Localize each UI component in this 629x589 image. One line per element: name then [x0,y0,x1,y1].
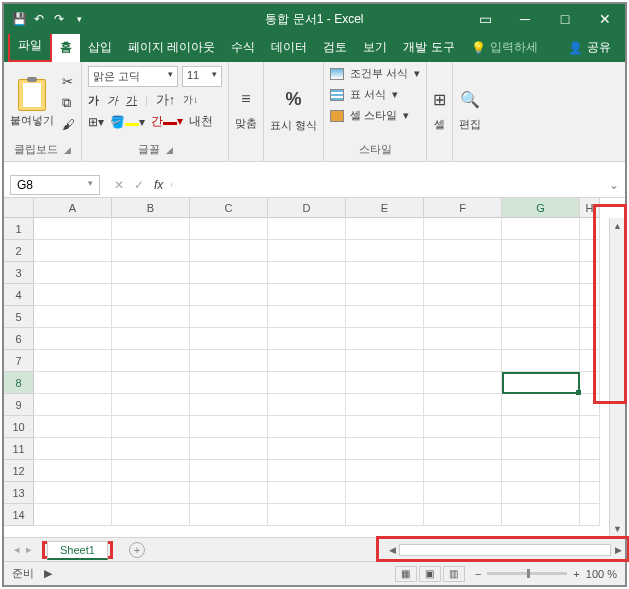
row-header[interactable]: 11 [4,438,34,460]
minimize-button[interactable]: ─ [505,4,545,34]
cell[interactable] [424,460,502,482]
cell-styles-button[interactable]: 셀 스타일 ▾ [330,108,409,123]
cell[interactable] [502,460,580,482]
font-name-combo[interactable]: 맑은 고딕▾ [88,66,178,87]
cell[interactable] [346,504,424,526]
cell[interactable] [502,438,580,460]
expand-formula-bar-icon[interactable]: ⌄ [603,178,625,192]
cell[interactable] [346,306,424,328]
cell[interactable] [34,460,112,482]
column-header[interactable]: D [268,198,346,218]
cell[interactable] [424,284,502,306]
scroll-up-icon[interactable]: ▲ [610,218,625,234]
cell[interactable] [34,218,112,240]
column-header[interactable]: A [34,198,112,218]
cell[interactable] [502,482,580,504]
cell[interactable] [346,416,424,438]
cell[interactable] [580,482,600,504]
cell[interactable] [34,328,112,350]
cell[interactable] [34,394,112,416]
cell[interactable] [268,284,346,306]
formula-input[interactable] [171,183,603,187]
cell[interactable] [580,284,600,306]
zoom-control[interactable]: − + 100 % [475,568,617,580]
align-button[interactable]: 맞춤 [235,116,257,131]
cell[interactable] [424,328,502,350]
name-box[interactable]: G8▾ [10,175,100,195]
row-header[interactable]: 1 [4,218,34,240]
cell[interactable] [190,416,268,438]
font-color-button[interactable]: 간▾ [151,113,183,130]
select-all-corner[interactable] [4,198,34,218]
cell[interactable] [34,306,112,328]
cell[interactable] [580,438,600,460]
tab-formulas[interactable]: 수식 [223,33,263,62]
cell[interactable] [502,350,580,372]
cell[interactable] [580,218,600,240]
cell[interactable] [580,306,600,328]
tab-data[interactable]: 데이터 [263,33,315,62]
worksheet-grid[interactable]: ABCDEFGH1234567891011121314 ▲ ▼ [4,198,625,537]
cell[interactable] [112,350,190,372]
tab-home[interactable]: 홈 [52,33,80,62]
cell[interactable] [190,262,268,284]
qat-customize-icon[interactable]: ▾ [72,12,86,26]
cell[interactable] [190,240,268,262]
cell[interactable] [34,262,112,284]
cell[interactable] [190,394,268,416]
cancel-formula-icon[interactable]: ✕ [114,178,124,192]
cell[interactable] [268,218,346,240]
save-icon[interactable]: 💾 [12,12,26,26]
zoom-slider[interactable] [487,572,567,575]
macro-record-icon[interactable]: ▶ [44,567,52,580]
share-button[interactable]: 👤공유 [558,33,621,62]
cell[interactable] [424,306,502,328]
cell[interactable] [580,262,600,284]
tab-view[interactable]: 보기 [355,33,395,62]
editing-icon[interactable]: 🔍 [460,90,480,109]
ribbon-display-icon[interactable]: ▭ [465,4,505,34]
column-header[interactable]: F [424,198,502,218]
cell[interactable] [34,438,112,460]
cell[interactable] [502,306,580,328]
next-sheet-icon[interactable]: ▸ [26,543,32,556]
column-header[interactable]: C [190,198,268,218]
cell[interactable] [190,284,268,306]
cell[interactable] [424,372,502,394]
cell[interactable] [580,372,600,394]
cell[interactable] [580,394,600,416]
cell[interactable] [502,372,580,394]
cell[interactable] [268,460,346,482]
tell-me-search[interactable]: 💡입력하세 [463,33,546,62]
cell[interactable] [346,328,424,350]
fx-icon[interactable]: fx [154,178,163,192]
cell[interactable] [34,350,112,372]
cell[interactable] [268,504,346,526]
vertical-scrollbar[interactable]: ▲ ▼ [609,218,625,537]
row-header[interactable]: 9 [4,394,34,416]
bold-button[interactable]: 가 [88,93,99,108]
cells-icon[interactable]: ⊞ [433,90,446,109]
cell[interactable] [580,240,600,262]
zoom-level[interactable]: 100 % [586,568,617,580]
cell[interactable] [346,482,424,504]
row-header[interactable]: 10 [4,416,34,438]
cell[interactable] [268,438,346,460]
row-header[interactable]: 8 [4,372,34,394]
cell[interactable] [34,240,112,262]
cell[interactable] [580,350,600,372]
cell[interactable] [268,394,346,416]
cell[interactable] [424,438,502,460]
cell[interactable] [112,306,190,328]
cell[interactable] [346,262,424,284]
font-size-combo[interactable]: 11▾ [182,66,222,87]
redo-icon[interactable]: ↷ [52,12,66,26]
scroll-down-icon[interactable]: ▼ [610,521,625,537]
cell[interactable] [34,482,112,504]
cell[interactable] [502,240,580,262]
underline-button[interactable]: 가 [126,93,137,108]
cell[interactable] [268,372,346,394]
cell[interactable] [34,284,112,306]
cell[interactable] [424,350,502,372]
cell[interactable] [268,328,346,350]
